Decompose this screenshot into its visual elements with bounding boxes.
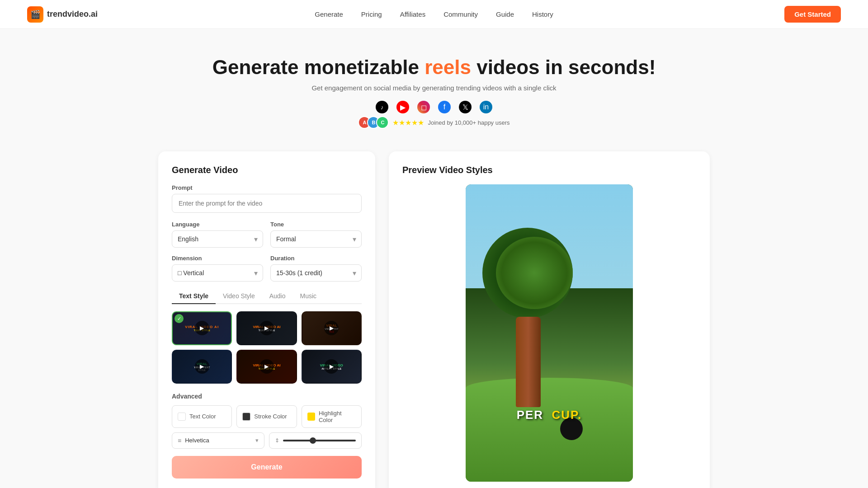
- tree-trunk: [516, 317, 541, 407]
- stroke-color-label: Stroke Color: [254, 413, 287, 420]
- subtitle-text: PER CUP.: [466, 408, 633, 422]
- prompt-label: Prompt: [172, 184, 362, 191]
- style-card-3[interactable]: VIRAL VIRAL TXT TILE ▶: [302, 311, 362, 345]
- style-card-4[interactable]: VIRAL VIRAL TEXT STYLE ▶: [172, 350, 232, 384]
- tab-audio[interactable]: Audio: [262, 289, 293, 304]
- duration-group: Duration 15-30s (1 credit) 30-60s (2 cre…: [270, 255, 362, 282]
- tone-label: Tone: [270, 221, 362, 228]
- language-group: Language English Spanish French: [172, 221, 263, 248]
- text-color-label: Text Color: [189, 413, 216, 420]
- tone-select-wrapper: Formal Casual Funny: [270, 230, 362, 248]
- get-started-button[interactable]: Get Started: [784, 6, 841, 23]
- size-icon: ⇕: [275, 437, 279, 444]
- nav-guide[interactable]: Guide: [496, 10, 514, 18]
- nav-generate[interactable]: Generate: [315, 10, 343, 18]
- stroke-color-option[interactable]: Stroke Color: [236, 405, 297, 428]
- style-card-5[interactable]: VIRAL VIDEO AI TEXT STYLE ▶: [236, 350, 297, 384]
- duration-select-wrapper: 15-30s (1 credit) 30-60s (2 credits) 60-…: [270, 264, 362, 282]
- stroke-color-swatch: [242, 413, 250, 421]
- main-content: Generate Video Prompt Language English S…: [140, 142, 728, 488]
- nav-links: Generate Pricing Affiliates Community Gu…: [315, 10, 553, 18]
- play-button-5[interactable]: ▶: [259, 359, 274, 374]
- color-options-row: Text Color Stroke Color Highlight Color: [172, 405, 362, 428]
- play-button-6[interactable]: ▶: [324, 359, 339, 374]
- instagram-icon[interactable]: ◻: [417, 101, 430, 113]
- tab-music[interactable]: Music: [293, 289, 324, 304]
- grass: [466, 378, 633, 482]
- duration-select[interactable]: 15-30s (1 credit) 30-60s (2 credits) 60-…: [270, 264, 362, 282]
- preview-panel: Preview Video Styles PER CUP.: [389, 151, 710, 488]
- advanced-label: Advanced: [172, 393, 362, 400]
- generate-panel: Generate Video Prompt Language English S…: [158, 151, 375, 488]
- style-tabs: Text Style Video Style Audio Music: [172, 289, 362, 304]
- hero-section: Generate monetizable reels videos in sec…: [0, 29, 868, 142]
- tiktok-icon[interactable]: ♪: [376, 101, 388, 113]
- nav-community[interactable]: Community: [443, 10, 478, 18]
- nav-history[interactable]: History: [532, 10, 553, 18]
- style-card-1[interactable]: ✓ VIRAL VIDEO AI TEXT STYLE ▶: [172, 311, 232, 345]
- logo[interactable]: 🎬 trendvideo.ai: [27, 6, 98, 23]
- font-size-slider[interactable]: [283, 440, 356, 441]
- tab-text-style[interactable]: Text Style: [172, 289, 216, 304]
- hero-headline-suffix: videos in seconds!: [471, 56, 656, 78]
- video-preview: PER CUP.: [466, 184, 633, 482]
- dimension-label: Dimension: [172, 255, 263, 262]
- font-row: ≡ Helvetica ▾ ⇕: [172, 432, 362, 449]
- nav-pricing[interactable]: Pricing: [361, 10, 382, 18]
- hero-subtext: Get engagement on social media by genera…: [9, 84, 859, 92]
- tone-group: Tone Formal Casual Funny: [270, 221, 362, 248]
- hero-headline-highlight: reels: [425, 56, 471, 78]
- linkedin-icon[interactable]: in: [480, 101, 492, 113]
- nav-affiliates[interactable]: Affiliates: [400, 10, 425, 18]
- dimension-duration-row: Dimension □ Vertical ⬜ Horizontal ◻ Squa…: [172, 255, 362, 282]
- style-grid: ✓ VIRAL VIDEO AI TEXT STYLE ▶ VIRAL VIDE…: [172, 311, 362, 384]
- language-select-wrapper: English Spanish French: [172, 230, 263, 248]
- play-button-2[interactable]: ▶: [259, 321, 274, 335]
- highlight-color-label: Highlight Color: [319, 410, 356, 423]
- stars: ★★★★★: [392, 118, 424, 127]
- review-row: A B C ★★★★★ Joined by 10,000+ happy user…: [9, 116, 859, 129]
- font-icon: ≡: [178, 437, 181, 444]
- preview-panel-title: Preview Video Styles: [402, 165, 696, 175]
- subtitle-word2: CUP.: [552, 408, 582, 422]
- review-avatars: A B C: [358, 116, 389, 129]
- font-selector[interactable]: ≡ Helvetica ▾: [172, 432, 264, 449]
- play-button-1[interactable]: ▶: [195, 321, 209, 335]
- prompt-input[interactable]: [172, 194, 362, 213]
- dimension-select[interactable]: □ Vertical ⬜ Horizontal ◻ Square: [172, 264, 263, 282]
- duration-label: Duration: [270, 255, 362, 262]
- font-size-wrapper: ⇕: [269, 432, 362, 449]
- social-icons: ♪ ▶ ◻ f 𝕏 in: [9, 101, 859, 113]
- youtube-icon[interactable]: ▶: [396, 101, 409, 113]
- review-text: Joined by 10,000+ happy users: [428, 119, 509, 126]
- hero-headline-prefix: Generate monetizable: [212, 56, 425, 78]
- tree-canopy-2: [496, 237, 573, 309]
- font-chevron-icon: ▾: [255, 437, 259, 444]
- language-select[interactable]: English Spanish French: [172, 230, 263, 248]
- video-scene: PER CUP.: [466, 184, 633, 482]
- play-button-4[interactable]: ▶: [195, 359, 209, 374]
- generate-button[interactable]: Generate: [172, 456, 362, 479]
- advanced-section: Advanced Text Color Stroke Color Highlig…: [172, 393, 362, 449]
- style-card-2[interactable]: VIRAL VIDEO AI TEXT STYLE ▶: [236, 311, 297, 345]
- facebook-icon[interactable]: f: [438, 101, 451, 113]
- tone-select[interactable]: Formal Casual Funny: [270, 230, 362, 248]
- highlight-color-swatch: [307, 413, 315, 421]
- tab-video-style[interactable]: Video Style: [216, 289, 262, 304]
- navbar: 🎬 trendvideo.ai Generate Pricing Affilia…: [0, 0, 868, 29]
- hero-headline: Generate monetizable reels videos in sec…: [9, 56, 859, 79]
- play-button-3[interactable]: ▶: [324, 321, 339, 335]
- dimension-group: Dimension □ Vertical ⬜ Horizontal ◻ Squa…: [172, 255, 263, 282]
- text-color-swatch: [178, 413, 186, 421]
- font-label: Helvetica: [185, 437, 209, 444]
- text-color-option[interactable]: Text Color: [172, 405, 232, 428]
- generate-panel-title: Generate Video: [172, 165, 362, 175]
- twitter-icon[interactable]: 𝕏: [459, 101, 472, 113]
- dimension-select-wrapper: □ Vertical ⬜ Horizontal ◻ Square: [172, 264, 263, 282]
- language-tone-row: Language English Spanish French Tone For…: [172, 221, 362, 248]
- style-card-6[interactable]: VIRAL VIDEO AI TEXT STYLE ▶: [302, 350, 362, 384]
- highlight-color-option[interactable]: Highlight Color: [302, 405, 362, 428]
- language-label: Language: [172, 221, 263, 228]
- brand-name: trendvideo.ai: [47, 9, 98, 19]
- subtitle-word1: PER: [517, 408, 543, 422]
